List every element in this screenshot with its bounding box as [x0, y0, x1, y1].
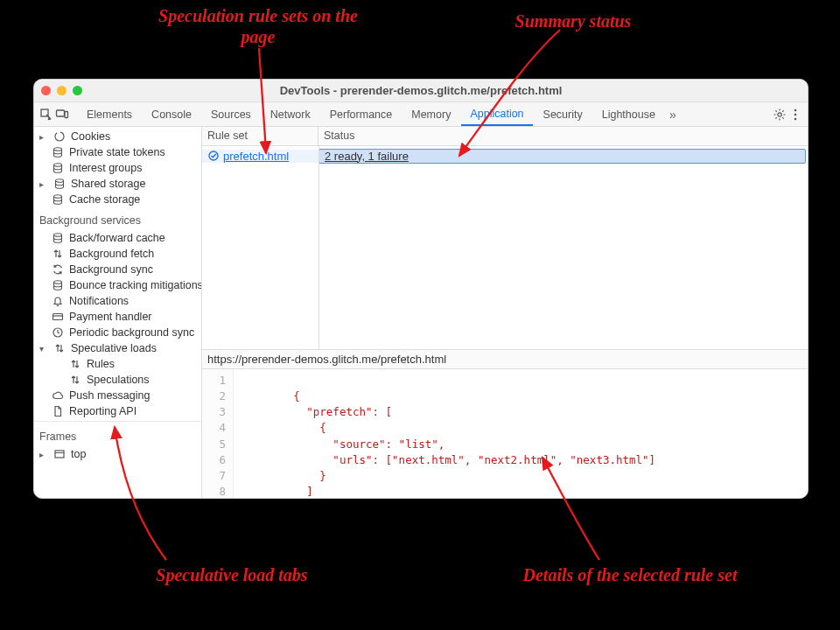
tab-sources[interactable]: Sources — [202, 102, 260, 126]
col-status: Status — [318, 127, 808, 145]
sidebar-item-background-fetch[interactable]: Background fetch — [34, 246, 201, 262]
chevron-right-icon: ▸ — [39, 450, 48, 459]
tab-security[interactable]: Security — [535, 102, 592, 126]
rule-set-code: 1 2 3 4 5 6 7 8 9 { "prefetch": [ { "sou… — [202, 368, 808, 498]
kebab-menu-icon[interactable] — [788, 108, 802, 122]
sidebar-label: Reporting API — [69, 405, 136, 417]
sidebar-item-payment-handler[interactable]: Payment handler — [34, 309, 201, 325]
svg-rect-16 — [55, 451, 64, 458]
sidebar-item-interest-groups[interactable]: Interest groups — [34, 160, 201, 176]
sidebar-item-speculative-loads[interactable]: ▾ Speculative loads — [34, 340, 201, 356]
svg-point-8 — [54, 148, 62, 151]
device-toolbar-icon[interactable] — [55, 108, 69, 122]
application-sidebar: ▸ Cookies Private state tokens Interest … — [34, 127, 202, 498]
cloud-icon — [52, 389, 64, 402]
sidebar-item-rules[interactable]: Rules — [34, 356, 201, 372]
document-icon — [52, 405, 64, 417]
status-cell[interactable]: 2 ready, 1 failure — [318, 149, 806, 164]
sync-icon — [52, 263, 64, 276]
sidebar-label: Back/forward cache — [69, 232, 165, 244]
sidebar-item-bounce-tracking[interactable]: Bounce tracking mitigations — [34, 277, 201, 293]
svg-point-7 — [55, 132, 64, 141]
close-icon[interactable] — [41, 86, 51, 95]
sidebar-label: Cache storage — [69, 193, 140, 206]
tab-label: Sources — [211, 108, 251, 121]
anno-spec-rule-sets: Speculation rule sets on the page — [144, 5, 372, 47]
rule-set-link[interactable]: prefetch.html — [223, 150, 289, 163]
sidebar-label: Payment handler — [69, 311, 152, 323]
sidebar-label: Shared storage — [71, 178, 145, 190]
tab-lighthouse[interactable]: Lighthouse — [593, 102, 664, 126]
sidebar-header-bg-services: Background services — [34, 207, 201, 230]
svg-point-12 — [54, 234, 62, 237]
sidebar-item-periodic-bg-sync[interactable]: Periodic background sync — [34, 325, 201, 340]
database-icon — [52, 162, 64, 174]
frame-icon — [53, 448, 66, 460]
svg-rect-1 — [57, 110, 65, 116]
tabs-overflow-icon[interactable]: » — [669, 108, 676, 122]
svg-point-9 — [54, 164, 62, 167]
maximize-icon[interactable] — [73, 86, 82, 95]
sidebar-label: Private state tokens — [69, 146, 165, 158]
settings-icon[interactable] — [773, 108, 787, 122]
minimize-icon[interactable] — [57, 86, 66, 95]
svg-point-5 — [794, 113, 797, 116]
sidebar-header-frames: Frames — [34, 424, 201, 446]
tab-label: Elements — [87, 108, 132, 121]
sidebar-item-cache-storage[interactable]: Cache storage — [34, 192, 201, 207]
cookie-icon — [53, 130, 66, 143]
sidebar-label: Push messaging — [69, 389, 150, 402]
tab-label: Console — [151, 108, 192, 121]
sidebar-label: Notifications — [69, 295, 129, 307]
tab-console[interactable]: Console — [143, 102, 200, 126]
sidebar-label: Rules — [87, 358, 115, 370]
chevron-right-icon: ▸ — [39, 132, 48, 142]
database-icon — [52, 193, 64, 206]
ruleset-table-head: Rule set Status — [202, 127, 808, 146]
ruleset-table-body: prefetch.html 2 ready, 1 failure — [202, 146, 808, 349]
tab-memory[interactable]: Memory — [402, 102, 459, 126]
anno-spec-load-tabs: Speculative load tabs — [118, 564, 346, 585]
card-icon — [52, 311, 64, 323]
clock-icon — [52, 326, 64, 339]
sidebar-item-private-state-tokens[interactable]: Private state tokens — [34, 144, 201, 160]
svg-point-6 — [794, 117, 797, 120]
sidebar-label: Periodic background sync — [69, 326, 194, 339]
sidebar-item-bfcache[interactable]: Back/forward cache — [34, 230, 201, 246]
arrows-vertical-icon — [69, 374, 81, 386]
sidebar-item-notifications[interactable]: Notifications — [34, 293, 201, 309]
sidebar-item-top-frame[interactable]: ▸ top — [34, 446, 201, 462]
inspect-icon[interactable] — [39, 108, 53, 122]
sidebar-item-speculations[interactable]: Speculations — [34, 372, 201, 388]
status-ok-icon — [207, 150, 220, 162]
svg-rect-2 — [65, 111, 68, 117]
svg-point-11 — [54, 195, 62, 199]
svg-point-4 — [794, 108, 797, 111]
sidebar-item-reporting-api[interactable]: Reporting API — [34, 403, 201, 419]
sidebar-item-push-messaging[interactable]: Push messaging — [34, 388, 201, 403]
sidebar-label: Background sync — [69, 263, 153, 276]
tab-application[interactable]: Application — [461, 102, 532, 126]
anno-summary-status: Summary status — [486, 10, 661, 32]
tab-elements[interactable]: Elements — [78, 102, 141, 126]
sidebar-item-background-sync[interactable]: Background sync — [34, 262, 201, 277]
svg-point-10 — [56, 179, 64, 183]
tab-network[interactable]: Network — [262, 102, 319, 126]
sidebar-label: Speculative loads — [71, 342, 157, 354]
code-body: { "prefetch": [ { "source": "list", "url… — [234, 369, 808, 498]
sidebar-item-shared-storage[interactable]: ▸ Shared storage — [34, 176, 201, 192]
status-text: 2 ready, 1 failure — [325, 150, 409, 163]
sidebar-item-cookies[interactable]: ▸ Cookies — [34, 129, 201, 144]
svg-rect-14 — [53, 314, 63, 320]
tab-performance[interactable]: Performance — [321, 102, 402, 126]
sidebar-label: top — [71, 448, 86, 460]
table-row[interactable]: prefetch.html 2 ready, 1 failure — [202, 146, 808, 165]
arrows-vertical-icon — [52, 248, 64, 260]
sidebar-label: Speculations — [87, 374, 150, 386]
anno-rule-details: Details of the selected rule set — [486, 564, 774, 585]
rule-set-cell[interactable]: prefetch.html — [202, 150, 318, 163]
code-gutter: 1 2 3 4 5 6 7 8 9 — [202, 369, 234, 498]
database-icon — [52, 146, 64, 158]
titlebar: DevTools - prerender-demos.glitch.me/pre… — [34, 80, 808, 102]
devtools-window: DevTools - prerender-demos.glitch.me/pre… — [33, 79, 808, 499]
